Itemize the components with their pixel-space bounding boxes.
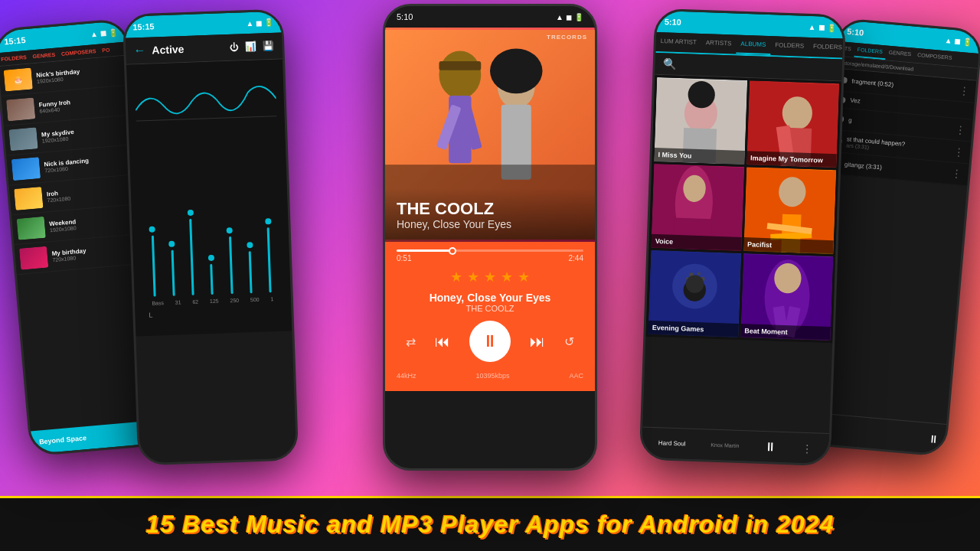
p1-status-icons: ▲ ◼ 🔋 bbox=[90, 28, 119, 38]
p2-title: Active bbox=[152, 41, 224, 56]
pause-button[interactable]: ⏸ bbox=[469, 321, 511, 362]
p4-tab-albums[interactable]: ALBUMS bbox=[736, 35, 771, 56]
p5-tab-genres[interactable]: GENRES bbox=[885, 45, 915, 62]
banner-text: 15 Best Music and MP3 Player Apps for An… bbox=[146, 510, 835, 539]
p1-thumb-nicks: 🎂 bbox=[4, 68, 33, 92]
p4-tab-album-artist[interactable]: LUM ARTIST bbox=[655, 32, 701, 53]
p4-tab-folders[interactable]: FOLDERS bbox=[770, 36, 809, 57]
p4-status-icons: ▲ ◼ 🔋 bbox=[808, 22, 836, 31]
p1-tab-genres[interactable]: GENRES bbox=[29, 47, 59, 63]
power-icon[interactable]: ⏻ bbox=[230, 42, 239, 53]
song-artist-player: THE COOLZ bbox=[397, 304, 583, 313]
star-rating[interactable]: ★ ★ ★ ★ ★ bbox=[397, 269, 583, 285]
star-2[interactable]: ★ bbox=[467, 269, 479, 285]
eq-bar bbox=[249, 251, 253, 293]
time-current: 0:51 bbox=[397, 254, 411, 262]
song-title-overlay: Honey, Close Your Eyes bbox=[397, 218, 583, 230]
album-cell-beat-moment[interactable]: Beat Moment bbox=[740, 253, 833, 341]
eq-dot[interactable] bbox=[169, 241, 175, 247]
p2-time: 15:15 bbox=[132, 21, 155, 31]
more-options-icon[interactable]: ⋮ bbox=[951, 167, 962, 180]
p5-status-icons: ▲ ◼ 🔋 bbox=[944, 36, 972, 47]
star-4[interactable]: ★ bbox=[501, 269, 513, 285]
p1-item-info: Iroh 720x1080 bbox=[47, 183, 136, 203]
album-cell-miss-you[interactable]: I Miss You bbox=[654, 77, 746, 165]
previous-button[interactable]: ⏮ bbox=[435, 333, 450, 350]
p3-status-icons: ▲ ◼ 🔋 bbox=[556, 13, 583, 21]
more-options-icon[interactable]: ⋮ bbox=[958, 84, 969, 97]
star-1[interactable]: ★ bbox=[450, 269, 462, 285]
eq-bar-500 bbox=[247, 242, 254, 293]
p5-tab-folders[interactable]: FOLDERS bbox=[854, 43, 887, 60]
p2-action-icons: ⏻ 📊 💾 bbox=[230, 41, 274, 53]
eq-label-250: 250 bbox=[230, 298, 239, 303]
eq-bar bbox=[171, 250, 175, 296]
back-icon[interactable]: ← bbox=[133, 44, 146, 58]
phone-4-album-grid: 5:10 ▲ ◼ 🔋 LUM ARTIST ARTISTS ALBUMS FOL… bbox=[639, 8, 846, 466]
next-button[interactable]: ⏭ bbox=[530, 333, 545, 350]
album-cell-evening[interactable]: Evening Games bbox=[648, 250, 741, 337]
p5-item-title: gitangz (3:31) bbox=[844, 161, 947, 177]
eq-bar bbox=[267, 227, 272, 292]
p1-item-info: Funny Iroh 640x640 bbox=[38, 94, 127, 114]
p1-tab-po[interactable]: PO bbox=[99, 43, 114, 57]
eq-dot[interactable] bbox=[265, 218, 271, 224]
phone-3-music-player: 5:10 ▲ ◼ 🔋 bbox=[383, 4, 597, 471]
shuffle-button[interactable]: ⇄ bbox=[406, 334, 416, 349]
star-3[interactable]: ★ bbox=[484, 269, 496, 285]
trecords-logo: TRECORDS bbox=[547, 34, 587, 41]
p5-item-info: fragment (0:52) bbox=[851, 77, 954, 93]
song-name-player: Honey, Close Your Eyes bbox=[397, 292, 583, 304]
p5-pause-btn[interactable]: ⏸ bbox=[928, 432, 939, 445]
p3-status-bar: 5:10 ▲ ◼ 🔋 bbox=[385, 6, 595, 28]
p1-item-info: Weekend 1920x1080 bbox=[49, 213, 138, 233]
progress-fill bbox=[397, 249, 452, 252]
album-cell-pacifist[interactable]: Pacifist bbox=[743, 167, 836, 254]
p4-tab-folders2[interactable]: FOLDERS bbox=[808, 37, 844, 58]
p1-bottom-text: Beyond Space bbox=[39, 434, 87, 445]
p5-item-info: gitangz (3:31) bbox=[844, 161, 947, 177]
repeat-button[interactable]: ↺ bbox=[564, 334, 574, 349]
album-label-evening: Evening Games bbox=[648, 321, 739, 337]
p5-item-info: st that could happen? ars (3:31) bbox=[846, 135, 949, 157]
save-icon[interactable]: 💾 bbox=[263, 41, 274, 52]
search-icon: 🔍 bbox=[663, 57, 677, 70]
album-cell-imagine[interactable]: Imagine My Tomorrow bbox=[746, 80, 839, 168]
audio-info: 44kHz 10395kbps AAC bbox=[397, 368, 583, 380]
star-5[interactable]: ★ bbox=[518, 269, 530, 285]
svg-point-8 bbox=[490, 48, 543, 93]
p4-more-icon[interactable]: ⋮ bbox=[802, 442, 813, 454]
p4-pause-icon[interactable]: ⏸ bbox=[764, 440, 777, 455]
band-name-overlay: THE COOLZ bbox=[397, 200, 583, 218]
eq-dot[interactable] bbox=[247, 242, 253, 248]
bottom-banner: 15 Best Music and MP3 Player Apps for An… bbox=[0, 496, 980, 551]
sample-rate: 44kHz bbox=[397, 372, 416, 380]
eq-bar-125 bbox=[208, 255, 216, 295]
album-grid: I Miss You Imagine My Tomorrow bbox=[645, 75, 841, 343]
album-label-beat-moment: Beat Moment bbox=[740, 324, 831, 341]
p5-list: fragment (0:52) ⋮ Vez g ⋮ bbox=[827, 69, 976, 187]
p3-time: 5:10 bbox=[397, 12, 413, 21]
p2-status-icons: ▲ ◼ 🔋 bbox=[246, 18, 273, 27]
eq-dot[interactable] bbox=[208, 255, 214, 261]
progress-bar-container[interactable]: 0:51 2:44 bbox=[397, 249, 583, 262]
chart-icon[interactable]: 📊 bbox=[245, 41, 256, 53]
svg-point-2 bbox=[439, 51, 481, 99]
more-options-icon[interactable]: ⋮ bbox=[952, 145, 964, 158]
p4-tab-artists[interactable]: ARTISTS bbox=[701, 34, 736, 54]
p5-item-title: g bbox=[848, 116, 951, 132]
eq-dot[interactable] bbox=[227, 227, 233, 233]
eq-dot[interactable] bbox=[187, 210, 193, 216]
eq-bars bbox=[137, 139, 283, 297]
album-cell-voice[interactable]: Voice bbox=[651, 164, 743, 251]
svg-line-0 bbox=[136, 116, 277, 121]
more-options-icon[interactable]: ⋮ bbox=[955, 123, 966, 136]
progress-track bbox=[397, 249, 583, 252]
eq-label-500: 500 bbox=[250, 297, 260, 302]
p4-bottom-song: Hard Soul bbox=[658, 439, 686, 447]
album-label-pacifist: Pacifist bbox=[743, 237, 834, 254]
p1-thumb-dancing bbox=[11, 157, 41, 181]
bitrate: 10395kbps bbox=[475, 372, 509, 380]
p5-time: 5:10 bbox=[847, 27, 864, 37]
eq-dot[interactable] bbox=[149, 227, 155, 233]
